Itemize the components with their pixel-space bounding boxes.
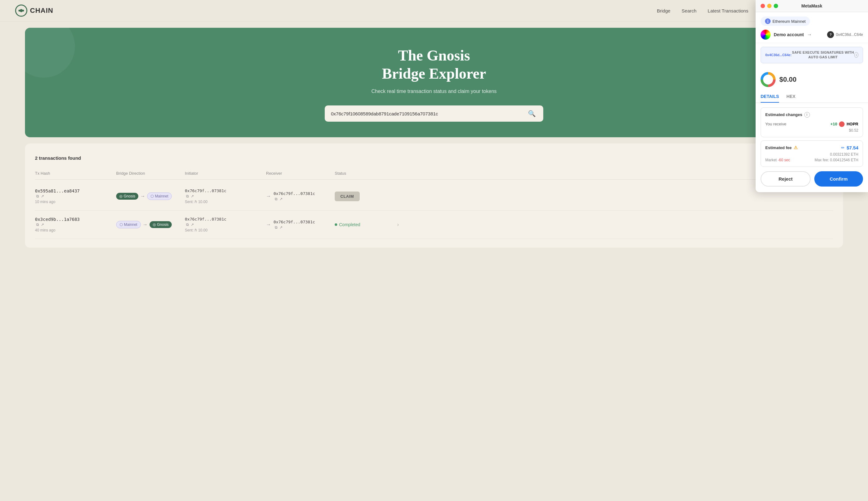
safe-execute-label: SAFE EXECUTE SIGNATURES WITH AUTO GAS LI…: [792, 50, 854, 60]
claim-button[interactable]: CLAIM: [335, 192, 360, 201]
col-initiator: Initiator: [185, 171, 266, 175]
row2-time: 40 mins ago: [35, 228, 116, 232]
nav-search[interactable]: Search: [682, 8, 697, 13]
row1-tx-hash: 0x595a81...ea8437: [35, 189, 116, 193]
row2-status-cell: Completed: [335, 222, 397, 227]
fee-amount-usd: $7.54: [846, 145, 858, 150]
results-section: 2 transactions found ⬡ Share search Tx H…: [25, 143, 843, 248]
receive-label: You receive: [765, 122, 786, 126]
table-row: 0x3ced9b...1a7683 ⧉ ↗ 40 mins ago ⬡ Main…: [35, 211, 833, 239]
row2-from-chain: ⬡ Mainnet: [116, 221, 141, 228]
estimated-fee-card: Estimated fee ⚠ ✏ $7.54 0.00321392 ETH M…: [761, 140, 863, 167]
mm-address-badge: ? 0x4C36d...C64e: [827, 31, 863, 38]
maximize-button[interactable]: [774, 4, 778, 8]
nav-latest-transactions[interactable]: Latest Transactions: [708, 8, 749, 13]
eth-network-icon: Ξ: [765, 18, 771, 24]
hopr-token-icon: [839, 121, 845, 127]
row2-initiator-cell: 0x76c79f...07381c ⧉ ↗ Sent: ℏ 10.00: [185, 217, 266, 232]
row1-hash-cell: 0x595a81...ea8437 ⧉ ↗ 10 mins ago: [35, 189, 116, 204]
safe-from-address: 0x4C36d...C64e:: [765, 53, 792, 57]
row1-initiator-cell: 0x76c79f...07381c ⧉ ↗ Sent: ℏ 10.00: [185, 189, 266, 204]
row1-recv-link-icon[interactable]: ↗: [280, 197, 283, 201]
fee-market-row: Market -60 sec Max fee: 0.00412546 ETH: [765, 158, 858, 162]
row1-bridge-dir: ◎ Gnosis → ⬡ Mainnet: [116, 192, 185, 200]
completed-dot: [335, 223, 337, 226]
receive-value: +10 HOPR: [830, 121, 858, 127]
svg-point-2: [22, 10, 24, 12]
row1-copy-icon[interactable]: ⧉: [36, 194, 39, 199]
reject-button[interactable]: Reject: [761, 171, 811, 186]
status-completed: Completed: [335, 222, 397, 227]
fee-warning-icon: ⚠: [794, 145, 798, 150]
col-receiver: Receiver: [266, 171, 335, 175]
logo-icon: [15, 4, 28, 17]
row1-initiator: 0x76c79f...07381c: [185, 189, 266, 193]
results-count: 2 transactions found: [35, 155, 81, 161]
minimize-button[interactable]: [767, 4, 772, 8]
safe-info-icon[interactable]: i: [854, 52, 858, 58]
row2-recv-copy-icon[interactable]: ⧉: [275, 225, 278, 230]
mm-account-arrow[interactable]: →: [807, 32, 812, 38]
row2-recv-link-icon[interactable]: ↗: [280, 225, 283, 230]
row2-receiver: 0x76c79f...07381c: [273, 220, 315, 224]
logo: CHAIN: [15, 4, 53, 17]
search-button[interactable]: 🔍: [527, 110, 537, 117]
row2-init-copy-icon[interactable]: ⧉: [186, 222, 189, 227]
fee-edit-icon[interactable]: ✏: [841, 145, 845, 150]
row1-receiver-cell: → 0x76c79f...07381c ⧉ ↗: [266, 191, 335, 202]
logo-text: CHAIN: [30, 7, 53, 15]
fee-market-label: Market -60 sec: [765, 158, 790, 162]
row1-to-chain: ⬡ Mainnet: [147, 192, 172, 200]
col-tx-hash: Tx Hash: [35, 171, 116, 175]
row2-to-chain: ◎ Gnosis: [149, 221, 172, 228]
fee-max-label: Max fee: 0.00412546 ETH: [815, 158, 858, 162]
safe-execute-bar: 0x4C36d...C64e: SAFE EXECUTE SIGNATURES …: [761, 47, 863, 63]
hero-subtitle: Check real time transaction status and c…: [38, 88, 830, 94]
token-name: HOPR: [846, 122, 858, 126]
row1-link-icon[interactable]: ↗: [41, 194, 44, 199]
metamask-overlay: MetaMask Ξ Ethereum Mainnet Demo account…: [756, 0, 868, 192]
row2-init-link-icon[interactable]: ↗: [191, 222, 194, 227]
table-row: 0x595a81...ea8437 ⧉ ↗ 10 mins ago ◎ Gnos…: [35, 182, 833, 211]
nav-bridge[interactable]: Bridge: [657, 8, 670, 13]
row1-status-cell: CLAIM: [335, 192, 397, 201]
table-header: Tx Hash Bridge Direction Initiator Recei…: [35, 171, 833, 180]
mm-header: Ξ Ethereum Mainnet Demo account → ? 0x4C…: [756, 12, 868, 43]
row2-link-icon[interactable]: ↗: [41, 222, 44, 227]
hero-section: The Gnosis Bridge Explorer Check real ti…: [25, 28, 843, 137]
fee-market-sec: -60 sec: [778, 158, 790, 162]
mm-actions: Reject Confirm: [756, 171, 868, 192]
receive-usd: $0.52: [765, 128, 858, 132]
row1-init-copy-icon[interactable]: ⧉: [186, 194, 189, 199]
confirm-button[interactable]: Confirm: [814, 171, 863, 186]
row2-copy-icon[interactable]: ⧉: [36, 222, 39, 227]
fee-label: Estimated fee ⚠: [765, 145, 798, 150]
col-action: [397, 171, 416, 175]
fee-eth-amount: 0.00321392 ETH: [765, 152, 858, 157]
app-container: CHAIN Bridge Search Latest Transactions …: [0, 0, 868, 501]
traffic-lights: [761, 4, 778, 8]
mm-network-pill[interactable]: Ξ Ethereum Mainnet: [761, 17, 810, 26]
mm-address-text: 0x4C36d...C64e: [836, 32, 863, 37]
row2-tx-hash: 0x3ced9b...1a7683: [35, 217, 116, 222]
changes-info-icon[interactable]: i: [804, 112, 810, 118]
tab-details[interactable]: DETAILS: [761, 91, 779, 103]
mm-tabs: DETAILS HEX: [756, 91, 868, 103]
search-input[interactable]: [331, 111, 527, 116]
estimated-changes-card: Estimated changes i You receive +10 HOPR…: [761, 107, 863, 137]
row1-init-link-icon[interactable]: ↗: [191, 194, 194, 199]
row2-chevron-icon[interactable]: ›: [397, 222, 399, 227]
fee-row-top: Estimated fee ⚠ ✏ $7.54: [765, 145, 858, 150]
results-header: 2 transactions found ⬡ Share search: [35, 152, 833, 163]
hero-title: The Gnosis Bridge Explorer: [38, 46, 830, 82]
mm-avatar: [761, 30, 771, 40]
close-button[interactable]: [761, 4, 765, 8]
navbar: CHAIN Bridge Search Latest Transactions …: [0, 0, 868, 22]
eth-icon-2: ⬡: [119, 222, 123, 227]
row2-bridge-dir: ⬡ Mainnet → ◎ Gnosis: [116, 221, 185, 228]
row1-time: 10 mins ago: [35, 200, 116, 204]
row1-recv-copy-icon[interactable]: ⧉: [275, 197, 278, 201]
tab-hex[interactable]: HEX: [786, 91, 796, 103]
receive-row: You receive +10 HOPR: [765, 121, 858, 127]
help-icon: ?: [827, 31, 834, 38]
